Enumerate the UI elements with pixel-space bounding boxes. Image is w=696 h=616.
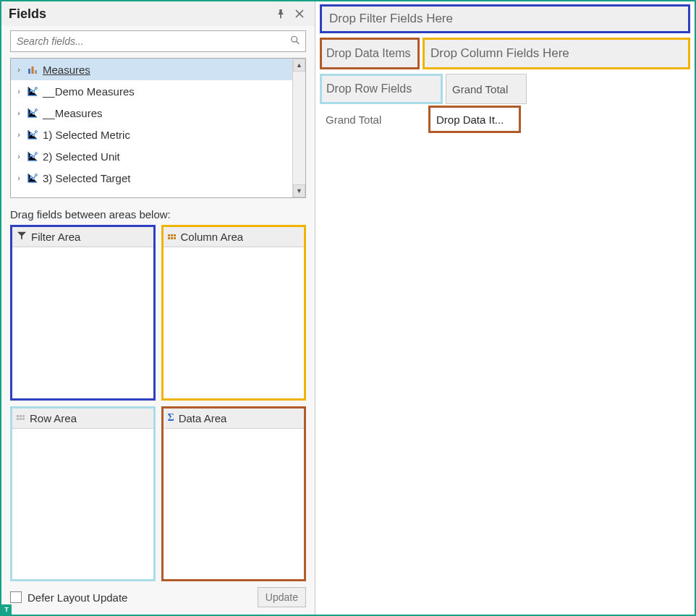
svg-point-15 [33,156,35,158]
tree-item[interactable]: ›Measures [11,59,292,80]
svg-point-14 [30,155,33,157]
tree-item-label: 1) Selected Metric [43,129,130,141]
fields-header: Fields [1,1,315,26]
tree-item[interactable]: ›2) Selected Unit [11,145,292,167]
chevron-right-icon[interactable]: › [15,65,22,74]
search-wrap [10,30,306,52]
row-area[interactable]: Row Area [10,406,156,582]
svg-rect-4 [35,70,37,74]
svg-point-7 [35,87,38,90]
columns-icon [168,234,177,240]
column-area[interactable]: Column Area [161,225,307,401]
drop-row-fields-zone[interactable]: Drop Row Fields [320,74,443,104]
close-icon[interactable] [292,6,307,22]
drop-data-cell[interactable]: Drop Data It... [428,106,521,133]
svg-point-8 [30,111,33,114]
filter-area-label: Filter Area [31,231,80,243]
footer-row: Defer Layout Update Update [10,587,306,607]
drop-data-items-zone[interactable]: Drop Data Items [320,38,420,69]
svg-rect-2 [28,69,30,74]
scroll-up-icon[interactable]: ▲ [293,59,305,72]
chart-icon [27,107,38,119]
drop-filter-zone[interactable]: Drop Filter Fields Here [320,4,690,33]
svg-point-6 [33,91,35,93]
areas-grid: Filter Area Column Area Row Area [10,225,306,581]
chart-icon [27,129,38,140]
filter-area[interactable]: Filter Area [10,225,156,401]
svg-point-16 [35,153,38,155]
fields-tree: ›Measures›__Demo Measures›__Measures›1) … [10,58,306,198]
fields-panel: Fields ›Measures›__Demo Measures›__Measu… [1,1,315,615]
svg-point-18 [33,178,35,180]
rows-icon [17,415,25,421]
chevron-right-icon[interactable]: › [15,174,22,182]
chart-icon [27,85,38,97]
tree-scrollbar[interactable]: ▲ ▼ [292,59,305,197]
tree-item-label: __Measures [43,107,103,119]
grand-total-row-header: Grand Total [321,106,425,133]
tree-item-label: Measures [43,64,90,76]
drop-column-fields-zone[interactable]: Drop Column Fields Here [423,38,690,69]
tree-item-label: 3) Selected Target [43,172,130,184]
grand-total-column-header: Grand Total [446,74,527,104]
tree-item[interactable]: ›__Measures [11,102,292,124]
search-input[interactable] [10,30,306,52]
chevron-right-icon[interactable]: › [15,87,22,95]
row-area-label: Row Area [30,412,77,424]
chevron-right-icon[interactable]: › [15,108,22,117]
funnel-icon [17,231,27,243]
defer-checkbox[interactable] [10,591,22,603]
svg-point-5 [30,90,33,92]
svg-point-0 [292,36,297,42]
chevron-right-icon[interactable]: › [15,130,22,139]
svg-point-13 [35,131,38,133]
svg-line-1 [297,41,300,44]
sigma-icon: Σ [168,412,174,424]
pivot-report: Drop Filter Fields Here Drop Data Items … [315,1,695,615]
svg-point-9 [33,113,35,115]
pin-icon[interactable] [273,6,289,22]
svg-point-19 [35,174,38,176]
svg-point-17 [30,176,33,179]
tree-item[interactable]: ›3) Selected Target [11,167,292,189]
corner-badge: T [1,604,12,615]
svg-point-12 [33,134,35,137]
data-area[interactable]: Σ Data Area [161,406,307,582]
defer-label[interactable]: Defer Layout Update [27,591,252,604]
drag-fields-label: Drag fields between areas below: [10,208,306,221]
chart-icon [27,150,38,162]
chart-icon [27,172,38,184]
data-area-label: Data Area [179,412,227,424]
search-icon[interactable] [290,35,300,48]
tree-item-label: 2) Selected Unit [43,150,120,163]
tree-item[interactable]: ›__Demo Measures [11,80,292,102]
bars-icon [27,64,38,75]
tree-item-label: __Demo Measures [43,85,135,98]
svg-point-10 [35,109,38,111]
scroll-down-icon[interactable]: ▼ [293,184,305,197]
svg-rect-3 [32,67,34,74]
panel-title: Fields [9,7,270,22]
column-area-label: Column Area [181,231,244,243]
svg-point-11 [30,133,33,135]
tree-item[interactable]: ›1) Selected Metric [11,124,292,145]
update-button[interactable]: Update [258,587,306,607]
chevron-right-icon[interactable]: › [15,152,22,161]
